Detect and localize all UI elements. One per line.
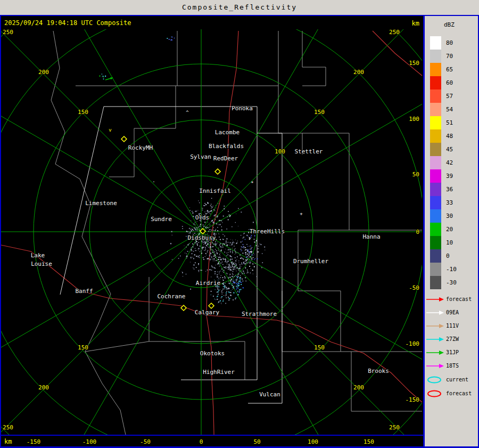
ring-distance-label: 100 [275,148,285,155]
dbz-color-swatch [430,223,441,236]
echo-pixel [245,252,246,254]
echo-pixel [240,279,241,280]
city-label: Lake [31,252,45,259]
echo-pixel [236,265,237,266]
echo-pixel [245,281,246,282]
echo-pixel [204,203,205,204]
echo-pixel [250,254,250,254]
echo-pixel [224,286,225,287]
echo-pixel [234,283,235,283]
echo-pixel [222,239,223,240]
echo-pixel [244,233,245,234]
echo-pixel [187,245,188,246]
dbz-value-label: 70 [446,53,453,60]
echo-pixel [230,267,232,268]
echo-pixel [222,271,222,272]
legend-entry-current-6: current [425,375,478,388]
echo-pixel [230,239,231,240]
echo-pixel [241,257,242,258]
radar-map-canvas[interactable]: +*.^vPonokaLacombeBlackfaldsSylvanRedDee… [0,15,423,448]
echo-pixel [210,242,210,243]
echo-pixel [207,243,208,245]
echo-pixel [209,255,210,256]
echo-pixel [222,262,223,263]
echo-pixel [254,242,255,243]
echo-pixel [210,214,211,215]
echo-pixel [214,215,215,216]
echo-pixel [240,277,241,278]
echo-pixel [209,247,210,248]
echo-pixel [185,249,185,249]
echo-pixel [218,278,219,279]
echo-pixel [172,259,172,260]
echo-pixel [249,252,250,253]
echo-pixel [220,263,221,264]
echo-pixel [193,257,193,257]
echo-pixel [224,288,225,289]
echo-pixel [235,269,235,270]
echo-pixel [212,242,213,243]
echo-pixel [209,242,209,243]
echo-pixel [210,249,211,250]
echo-pixel [189,232,191,233]
echo-pixel [210,218,210,219]
storm-ellipse-icon [426,389,445,398]
echo-pixel [240,271,240,272]
echo-pixel [238,208,239,209]
echo-pixel [205,253,207,254]
echo-pixel [227,262,228,263]
echo-pixel [238,260,239,261]
echo-pixel [191,230,192,231]
echo-pixel [211,208,212,209]
dbz-color-swatch [430,196,441,209]
echo-pixel [221,249,222,249]
echo-pixel [190,250,191,251]
echo-pixel [103,76,103,76]
echo-pixel [220,246,221,247]
city-label: Ponoka [232,105,253,112]
echo-pixel [199,255,200,256]
echo-pixel [191,250,192,251]
echo-pixel [206,228,207,229]
legend-label: 18TS [446,363,459,369]
echo-pixel [238,291,238,292]
echo-pixel [210,211,211,212]
echo-pixel [240,264,240,265]
echo-pixel [217,213,217,213]
echo-pixel [226,266,227,267]
echo-pixel [200,224,201,225]
echo-pixel [236,259,237,260]
echo-pixel [224,289,225,290]
echo-pixel [220,239,221,240]
echo-pixel [224,295,224,296]
echo-pixel [211,206,212,207]
echo-pixel [201,270,202,271]
echo-pixel [186,255,187,256]
echo-pixel [238,273,238,273]
ring-distance-label: 250 [389,424,400,431]
echo-pixel [240,258,241,259]
echo-pixel [221,303,221,303]
echo-pixel [231,279,232,280]
echo-pixel [229,266,230,267]
dbz-color-swatch [430,63,441,76]
echo-pixel [238,274,239,275]
echo-pixel [216,299,216,300]
echo-pixel [218,290,219,291]
echo-pixel [222,243,224,245]
echo-pixel [218,291,219,292]
dbz-value-label: 65 [446,66,453,73]
echo-pixel [190,289,191,290]
echo-pixel [194,254,195,255]
echo-pixel [233,271,234,272]
echo-pixel [208,222,208,223]
echo-pixel [232,259,233,260]
city-label: Didsbury [188,234,216,241]
echo-pixel [226,287,227,288]
echo-pixel [221,292,222,293]
echo-pixel [252,258,253,259]
echo-pixel [211,276,211,277]
echo-pixel [245,259,246,260]
echo-pixel [232,276,233,277]
echo-pixel [219,234,219,234]
